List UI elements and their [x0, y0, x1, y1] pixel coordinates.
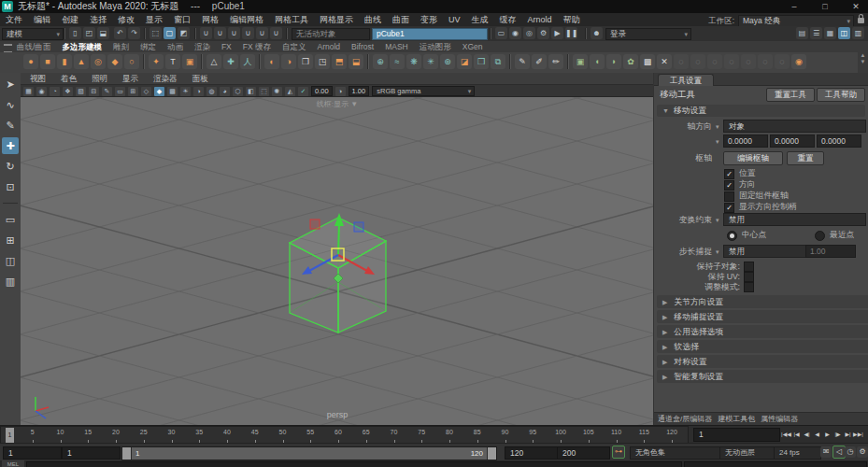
camera-attributes-icon[interactable]: ◔ — [50, 87, 60, 96]
lock-camera-icon[interactable]: ◉ — [36, 87, 47, 96]
bookmarks-icon[interactable]: ❖ — [63, 87, 73, 96]
extract-icon[interactable]: ◳ — [315, 54, 330, 69]
make-live-icon[interactable]: ∪ — [270, 27, 282, 39]
lighting-mode-icon[interactable]: ☀ — [180, 87, 191, 96]
xray-icon[interactable]: ⬚ — [259, 87, 269, 96]
step-forward-frame-button[interactable]: ▶| — [843, 428, 853, 441]
svg-tool-icon[interactable]: ▣ — [182, 54, 197, 69]
shelf-tab-运动图形[interactable]: 运动图形 — [420, 41, 451, 52]
maximize-button[interactable]: □ — [813, 0, 837, 13]
spin-edge-icon[interactable]: ✳ — [423, 54, 438, 69]
open-scene-icon[interactable]: ◰ — [83, 27, 95, 39]
rotate-tool-icon[interactable]: ↻ — [2, 158, 19, 175]
menu-网格显示[interactable]: 网格显示 — [318, 13, 355, 26]
combine-icon[interactable]: ◐ — [264, 54, 279, 69]
shelf-tab-Bifrost[interactable]: Bifrost — [351, 41, 374, 52]
poly-cube-icon[interactable]: ■ — [40, 54, 55, 69]
select-hierarchy-icon[interactable]: ⬚ — [149, 27, 162, 39]
select-component-icon[interactable]: ◩ — [178, 27, 190, 39]
checkbox-保持 UV:[interactable] — [744, 272, 754, 282]
menu-创建[interactable]: 创建 — [60, 13, 80, 26]
custom-slot-6-icon[interactable]: ◌ — [758, 54, 773, 69]
section-对称设置[interactable]: ▶ 对称设置 — [657, 355, 868, 368]
menu-set-dropdown[interactable]: 建模▾ — [2, 28, 64, 40]
checkbox-方向[interactable]: ✓ — [724, 180, 734, 191]
edit-pivot-button[interactable]: 编辑枢轴 — [723, 151, 783, 165]
undo-icon[interactable]: ↶ — [114, 27, 126, 39]
step-snap-value-field[interactable]: 1.00 — [805, 245, 856, 258]
toggle-sidebar-3-icon[interactable]: ▦ — [824, 27, 836, 39]
section-关节方向设置[interactable]: ▶ 关节方向设置 — [657, 295, 868, 308]
menu-生成[interactable]: 生成 — [470, 13, 491, 26]
custom-slot-4-icon[interactable]: ◌ — [724, 54, 739, 69]
screen-space-ao-icon[interactable]: ◍ — [206, 87, 217, 96]
color-management-icon[interactable]: ✓ — [298, 87, 308, 96]
playback-start-field[interactable]: 1 — [62, 446, 121, 460]
menu-修改[interactable]: 修改 — [116, 13, 136, 26]
custom-slot-2-icon[interactable]: ◌ — [690, 54, 705, 69]
redo-icon[interactable]: ↷ — [128, 27, 140, 39]
joint-tool-icon[interactable]: 人 — [240, 54, 255, 69]
bevel-icon[interactable]: ⬒ — [332, 54, 347, 69]
wireframe-mode-icon[interactable]: ◇ — [141, 87, 151, 96]
shelf-tab-FX 缓存[interactable]: FX 缓存 — [243, 41, 271, 52]
shelf-tab-XGen[interactable]: XGen — [462, 41, 483, 52]
sequence-render-icon[interactable]: ▶ — [551, 27, 563, 39]
ipr-render-icon[interactable]: ◎ — [523, 27, 535, 39]
chevron-down-icon[interactable]: ▾ — [716, 217, 719, 224]
select-tool-icon[interactable]: ➤ — [2, 76, 19, 92]
select-object-icon[interactable]: ▢ — [164, 27, 176, 39]
sculpt-brush-icon[interactable]: ✿ — [623, 54, 638, 69]
locator-icon[interactable]: ✚ — [223, 54, 238, 69]
exposure-toggle-icon[interactable]: ✺ — [272, 87, 282, 96]
menu-编辑[interactable]: 编辑 — [32, 13, 52, 26]
playback-end-field[interactable]: 120 — [505, 446, 558, 460]
menu-显示[interactable]: 显示 — [144, 13, 164, 26]
playback-speed-icon[interactable]: ◷ — [845, 446, 856, 458]
workspace-dropdown[interactable]: Maya 经典▾ — [738, 15, 854, 27]
shaded-mode-icon[interactable]: ◆ — [154, 87, 164, 96]
pause-icon[interactable]: ❚❚ — [565, 27, 577, 39]
image-plane-icon[interactable]: ▧ — [76, 87, 86, 96]
poke-icon[interactable]: ⊛ — [440, 54, 455, 69]
shelf-scroll-arrows[interactable]: ▲▼ — [858, 52, 868, 73]
grease-pencil-icon[interactable]: ✎ — [102, 87, 112, 96]
axis-y-field[interactable]: 0.0000 — [770, 134, 815, 148]
animation-end-field[interactable]: 200 — [557, 446, 610, 460]
go-to-start-button[interactable]: |◀◀ — [781, 428, 791, 441]
fps-dropdown[interactable]: 24 fps — [774, 446, 821, 460]
checkbox-显示方向控制柄[interactable]: ✓ — [724, 203, 734, 213]
axis-z-field[interactable]: 0.0000 — [817, 134, 861, 148]
multi-cut-icon[interactable]: ✎ — [515, 54, 530, 69]
toggle-sidebar-1-icon[interactable]: ▤ — [796, 27, 808, 39]
color-space-dropdown[interactable]: sRGB gamma▾ — [372, 86, 475, 96]
menu-帮助[interactable]: 帮助 — [562, 13, 582, 26]
circularize-icon[interactable]: ❋ — [406, 54, 421, 69]
layout-two-pane-icon[interactable]: ◫ — [2, 252, 19, 269]
lock-icon[interactable] — [858, 18, 864, 23]
panel-menu-渲染器[interactable]: 渲染器 — [151, 73, 179, 84]
reset-tool-button[interactable]: 重置工具 — [766, 88, 815, 102]
poly-plane-icon[interactable]: ◆ — [107, 54, 122, 69]
go-to-end-button[interactable]: ▶▶| — [853, 428, 863, 441]
layout-outliner-persp-icon[interactable]: ▥ — [2, 273, 19, 290]
range-end-handle[interactable] — [488, 447, 496, 460]
animation-preferences-icon[interactable]: ⚙ — [857, 446, 868, 458]
paint-select-tool-icon[interactable]: ✎ — [2, 117, 19, 134]
shelf-tab-绑定[interactable]: 绑定 — [140, 41, 156, 52]
checkbox-保持子对象:[interactable] — [744, 262, 754, 272]
anim-layer-dropdown[interactable]: 无动画层 — [719, 446, 776, 460]
tool-help-button[interactable]: 工具帮助 — [817, 88, 865, 102]
select-camera-icon[interactable]: ▦ — [23, 87, 34, 96]
custom-slot-3-icon[interactable]: ◌ — [707, 54, 722, 69]
2d-pan-zoom-icon[interactable]: ⊟ — [89, 87, 99, 96]
new-scene-icon[interactable]: ▯ — [69, 27, 81, 39]
shelf-tab-动画[interactable]: 动画 — [167, 41, 183, 52]
anti-aliasing-icon[interactable]: ⬡ — [233, 87, 243, 96]
viewport-canvas[interactable]: 线框:显示 ▼ persp — [21, 97, 654, 425]
menu-选择[interactable]: 选择 — [88, 13, 108, 26]
custom-slot-5-icon[interactable]: ◌ — [741, 54, 756, 69]
menu-编辑网格[interactable]: 编辑网格 — [228, 13, 265, 26]
play-backwards-button[interactable]: ◀ — [812, 428, 822, 441]
menu-UV[interactable]: UV — [447, 13, 462, 26]
